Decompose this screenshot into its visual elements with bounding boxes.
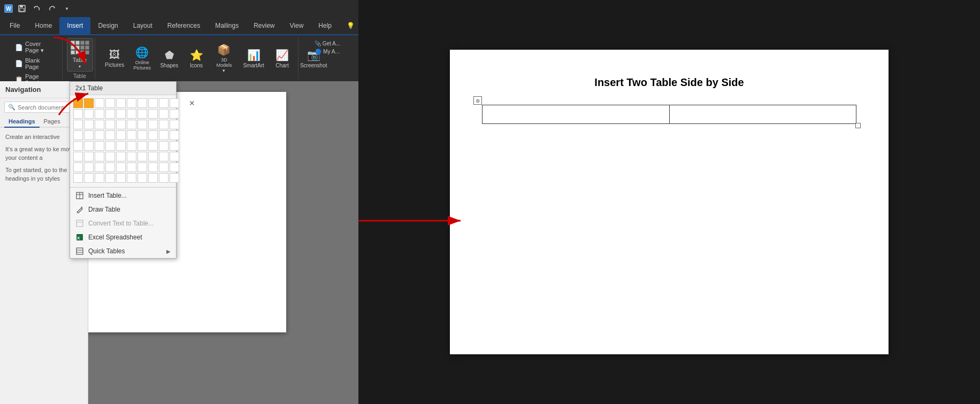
grid-cell[interactable] — [137, 173, 147, 183]
save-button[interactable] — [16, 3, 28, 14]
grid-cell[interactable] — [137, 130, 147, 140]
grid-cell[interactable] — [95, 109, 104, 119]
table-cell-2[interactable] — [669, 105, 856, 124]
tab-home[interactable]: Home — [27, 17, 59, 34]
shapes-button[interactable]: ⬟ Shapes — [157, 46, 181, 71]
grid-cell[interactable] — [170, 130, 179, 140]
dropdown-close-button[interactable]: ✕ — [189, 99, 195, 107]
grid-cell[interactable] — [95, 152, 104, 161]
tab-review[interactable]: Review — [246, 17, 282, 34]
grid-cell[interactable] — [127, 130, 136, 140]
grid-cell[interactable] — [159, 130, 169, 140]
table-cell-1[interactable] — [483, 105, 670, 124]
tab-view[interactable]: View — [282, 17, 311, 34]
grid-cell[interactable] — [105, 109, 115, 119]
grid-cell[interactable] — [73, 152, 83, 161]
grid-cell[interactable] — [148, 130, 158, 140]
nav-tab-headings[interactable]: Headings — [4, 116, 40, 128]
grid-cell[interactable] — [159, 141, 169, 151]
grid-cell[interactable] — [105, 173, 115, 183]
grid-cell[interactable] — [148, 109, 158, 119]
table-resize-handle[interactable] — [855, 123, 861, 128]
excel-spreadsheet-item[interactable]: X Excel Spreadsheet — [70, 230, 176, 244]
grid-cell[interactable] — [148, 141, 158, 151]
grid-cell[interactable] — [170, 141, 179, 151]
tab-lightbulb[interactable]: 💡 — [339, 17, 358, 34]
quick-tables-item[interactable]: Quick Tables ▶ — [70, 244, 176, 258]
grid-cell[interactable] — [116, 120, 126, 129]
undo-button[interactable] — [31, 3, 43, 14]
grid-cell[interactable] — [127, 120, 136, 129]
grid-cell[interactable] — [127, 173, 136, 183]
draw-table-item[interactable]: Draw Table — [70, 203, 176, 216]
grid-cell[interactable] — [84, 152, 94, 161]
tab-references[interactable]: References — [160, 17, 208, 34]
grid-cell[interactable] — [84, 130, 94, 140]
grid-cell[interactable] — [105, 98, 115, 108]
grid-cell[interactable] — [84, 109, 94, 119]
search-input[interactable] — [18, 104, 76, 111]
grid-cell[interactable] — [170, 162, 179, 172]
cover-page-button[interactable]: 📄 Cover Page ▾ — [12, 40, 55, 55]
grid-cell[interactable] — [105, 162, 115, 172]
grid-cell[interactable] — [95, 98, 104, 108]
grid-cell[interactable] — [73, 173, 83, 183]
grid-cell[interactable] — [73, 109, 83, 119]
grid-cell[interactable] — [95, 120, 104, 129]
tab-design[interactable]: Design — [90, 17, 125, 34]
grid-cell[interactable] — [137, 141, 147, 151]
grid-cell[interactable] — [137, 152, 147, 161]
smartart-button[interactable]: 📊 SmartArt — [240, 46, 267, 71]
grid-cell[interactable] — [127, 162, 136, 172]
grid-cell[interactable] — [105, 152, 115, 161]
insert-table-item[interactable]: Insert Table... — [70, 189, 176, 203]
grid-cell[interactable] — [137, 120, 147, 129]
grid-cell[interactable] — [127, 109, 136, 119]
grid-cell[interactable] — [148, 152, 158, 161]
blank-page-button[interactable]: 📄 Blank Page — [12, 56, 55, 71]
grid-cell[interactable] — [137, 98, 147, 108]
grid-cell[interactable] — [116, 109, 126, 119]
table-grid[interactable] — [70, 95, 176, 186]
grid-cell[interactable] — [159, 120, 169, 129]
grid-cell[interactable] — [127, 98, 136, 108]
grid-cell[interactable] — [73, 130, 83, 140]
grid-cell[interactable] — [159, 162, 169, 172]
tab-insert[interactable]: Insert — [59, 17, 90, 34]
grid-cell[interactable] — [137, 109, 147, 119]
grid-cell[interactable] — [95, 162, 104, 172]
grid-cell[interactable] — [84, 173, 94, 183]
grid-cell[interactable] — [159, 173, 169, 183]
grid-cell[interactable] — [84, 98, 94, 108]
grid-cell[interactable] — [84, 162, 94, 172]
tab-file[interactable]: File — [2, 17, 27, 34]
grid-cell[interactable] — [84, 141, 94, 151]
grid-cell[interactable] — [170, 109, 179, 119]
grid-cell[interactable] — [73, 120, 83, 129]
grid-cell[interactable] — [116, 141, 126, 151]
tab-mailings[interactable]: Mailings — [208, 17, 246, 34]
table-button[interactable]: Table ▾ — [67, 38, 93, 72]
3d-models-button[interactable]: 📦 3DModels ▾ — [211, 41, 237, 75]
redo-button[interactable] — [46, 3, 58, 14]
icons-button[interactable]: ⭐ Icons — [185, 46, 208, 71]
grid-cell[interactable] — [148, 98, 158, 108]
grid-cell[interactable] — [170, 98, 179, 108]
grid-cell[interactable] — [170, 120, 179, 129]
grid-cell[interactable] — [105, 141, 115, 151]
grid-cell[interactable] — [170, 152, 179, 161]
grid-cell[interactable] — [159, 98, 169, 108]
grid-cell[interactable] — [116, 173, 126, 183]
table-move-handle[interactable]: ⊕ — [473, 96, 482, 105]
grid-cell[interactable] — [127, 152, 136, 161]
quick-access-dropdown[interactable]: ▼ — [61, 3, 73, 14]
grid-cell[interactable] — [116, 152, 126, 161]
grid-cell[interactable] — [159, 152, 169, 161]
grid-cell[interactable] — [148, 173, 158, 183]
grid-cell[interactable] — [116, 130, 126, 140]
grid-cell[interactable] — [170, 173, 179, 183]
grid-cell[interactable] — [84, 120, 94, 129]
grid-cell[interactable] — [148, 162, 158, 172]
grid-cell[interactable] — [159, 109, 169, 119]
grid-cell[interactable] — [105, 130, 115, 140]
